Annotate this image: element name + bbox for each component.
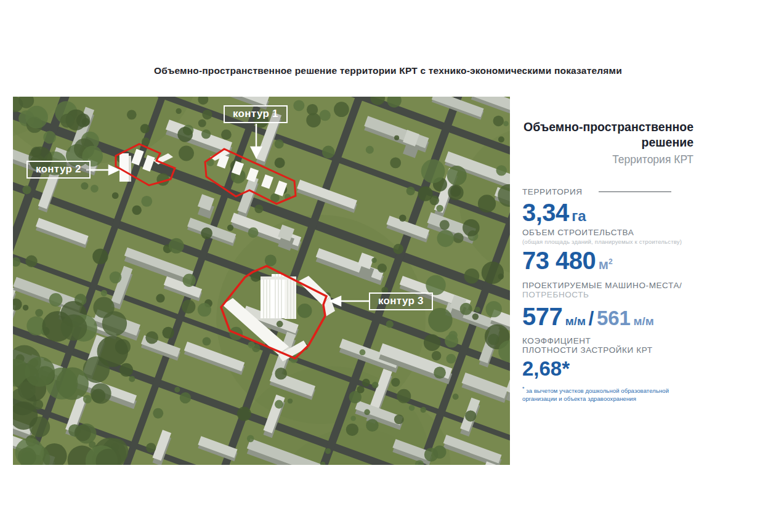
density-label: КОЭФФИЦИЕНТ ПЛОТНОСТИ ЗАСТРОЙКИ КРТ <box>522 336 693 355</box>
panel-heading-line2: решение <box>522 135 693 150</box>
territory-section: ТЕРРИТОРИЯ 3,34 га <box>522 187 693 227</box>
construction-section: ОБЪЕМ СТРОИТЕЛЬСТВА (общая площадь здани… <box>522 228 693 275</box>
panel-subheading: Территория КРТ <box>522 153 693 166</box>
map-render: контур 1 контур 2 контур 3 <box>13 97 510 465</box>
territory-value: 3,34 га <box>522 199 693 227</box>
density-value: 2,68* <box>522 357 693 381</box>
construction-note: (общая площадь зданий, планируемых к стр… <box>522 238 693 245</box>
parking-label: ПРОЕКТИРУЕМЫЕ МАШИНО-МЕСТА/ ПОТРЕБНОСТЬ <box>522 281 693 299</box>
parking-section: ПРОЕКТИРУЕМЫЕ МАШИНО-МЕСТА/ ПОТРЕБНОСТЬ … <box>522 281 693 331</box>
construction-label: ОБЪЕМ СТРОИТЕЛЬСТВА <box>522 228 693 237</box>
panel-heading: Объемно-пространственное решение <box>522 119 693 150</box>
territory-divider-line <box>599 191 671 192</box>
panel-heading-line1: Объемно-пространственное <box>522 119 693 135</box>
parking-value: 577 м/м / 561 м/м <box>522 303 693 331</box>
map-svg <box>13 97 510 465</box>
contour-2-label: контур 2 <box>26 161 91 179</box>
territory-label: ТЕРРИТОРИЯ <box>522 187 693 196</box>
density-section: КОЭФФИЦИЕНТ ПЛОТНОСТИ ЗАСТРОЙКИ КРТ 2,68… <box>522 336 693 381</box>
page-title: Объемно-пространственное решение террито… <box>0 65 776 76</box>
info-panel: Объемно-пространственное решение Террито… <box>522 119 693 409</box>
footnote: * за вычетом участков дошкольной образов… <box>522 385 693 403</box>
contour-1-label: контур 1 <box>224 105 288 123</box>
construction-value: 73 480 м2 <box>522 247 693 275</box>
contour-3-label: контур 3 <box>369 292 433 310</box>
